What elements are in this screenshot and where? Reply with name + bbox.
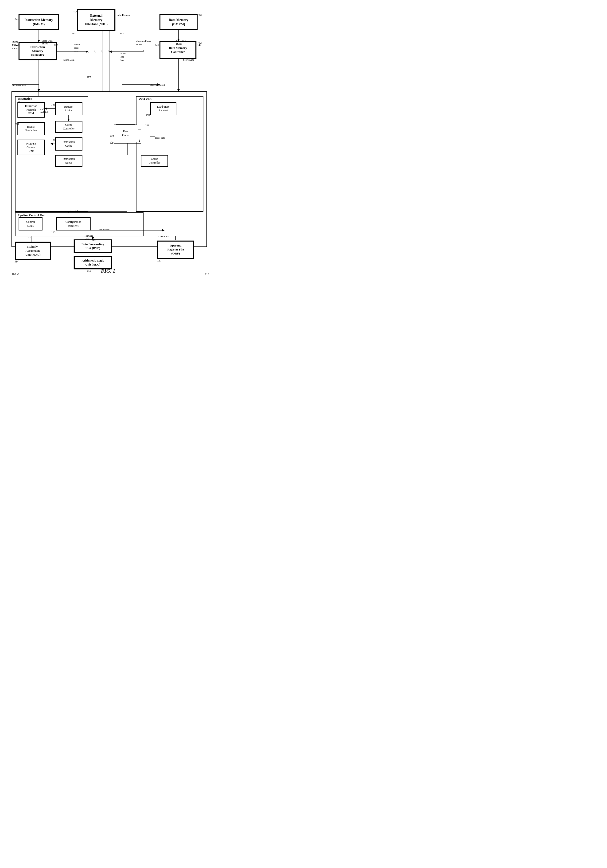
ref-110: 110 xyxy=(205,273,209,276)
forward-data-label: ForwardData xyxy=(85,234,93,240)
ref-151: 151 xyxy=(110,134,114,138)
ref-133: 133 xyxy=(72,32,76,35)
dmem-box: Data Memory(DMEM) xyxy=(160,15,197,30)
ref-116: 116 xyxy=(87,270,91,273)
ref-113: 113 xyxy=(28,236,32,240)
svg-marker-34 xyxy=(37,40,40,42)
ref-191: 191 xyxy=(145,123,149,127)
load-store-request-box: Load/StoreRequest xyxy=(150,102,176,115)
ref-121: 121 xyxy=(15,17,19,20)
ref-130: 130 xyxy=(51,139,56,142)
load-data-label: load_data xyxy=(155,136,165,139)
ref-140: 140 xyxy=(110,141,114,145)
imem-box: Instruction Memory (IMEM) xyxy=(19,15,59,30)
ref-117: 117 xyxy=(157,259,161,262)
cache-controller-du-box: CacheController xyxy=(141,155,168,167)
ref-142: 142 xyxy=(197,43,201,46)
ref-120: 120 xyxy=(197,14,201,17)
ref-132: 132 xyxy=(54,43,58,46)
branch-prediction-box: BranchPrediction xyxy=(18,122,45,135)
program-counter-box: ProgramCounterUnit xyxy=(18,140,45,155)
svg-line-29 xyxy=(87,51,89,53)
data-unit-label: Data Unit xyxy=(139,97,152,101)
mem-select-label: mem select xyxy=(99,228,110,231)
pipeline-control-label: Pipeline Control Unit xyxy=(18,213,46,217)
mac-box: Multiply-AccumulateUnit (MAC) xyxy=(15,242,51,260)
ref-180: 180 xyxy=(15,122,19,126)
ref-170: 170 xyxy=(146,114,150,117)
ref-100: 100 ↗ xyxy=(12,273,19,276)
ref-190: 190 xyxy=(87,75,91,78)
miu-box: ExternalMemoryInterface (MIU) xyxy=(77,9,115,31)
store-data-left-label: Store Data xyxy=(63,58,74,61)
diagram: Instruction Memory (IMEM) ExternalMemory… xyxy=(5,5,211,263)
dmem-load-data-label: dmemloaddata xyxy=(120,52,126,62)
instruction-cache-box: InstructionCache xyxy=(55,138,82,150)
invalidate-cache-label: invalidate cache xyxy=(70,209,87,212)
orf-data-label: ORF data xyxy=(159,235,169,238)
dmem-request-label: dmem request xyxy=(150,84,165,86)
svg-line-31 xyxy=(101,51,103,53)
data-cache-box: DataCache xyxy=(111,124,140,142)
miu-request-label: miu Request xyxy=(118,14,130,17)
request-arbiter-box: RequestArbiter xyxy=(55,102,82,115)
control-logic-box: ControlLogic xyxy=(19,217,42,230)
imem-request-label: imem request xyxy=(12,84,26,86)
ref-141: 141 xyxy=(155,44,159,46)
ref-135: 135 xyxy=(51,230,56,234)
imem-controller-box: InstructionMemoryController xyxy=(19,42,56,60)
svg-marker-38 xyxy=(37,89,40,91)
ref-131: 131 xyxy=(12,43,16,47)
orf-box: OperandRegister File(ORF) xyxy=(157,241,194,259)
instruction-queue-box: InstructionQueue xyxy=(55,155,82,167)
store-data-buses-right-label: Store DataBuses xyxy=(176,39,187,45)
svg-marker-64 xyxy=(162,229,164,231)
svg-line-30 xyxy=(94,51,96,53)
cache-controller-iu-box: CacheController xyxy=(55,121,82,133)
svg-line-32 xyxy=(108,51,110,53)
ref-125: 125 xyxy=(73,10,77,14)
svg-marker-47 xyxy=(109,51,111,53)
imem-load-data-label: imemloaddata xyxy=(74,43,80,53)
alu-box: Arithmetic LogicUnit (ALU) xyxy=(74,256,111,269)
stall-prefetch-label: stallprefetch xyxy=(40,108,48,113)
store-data-right-label: Store Data xyxy=(183,58,194,61)
svg-marker-43 xyxy=(86,51,88,53)
store-data-buses-left-label: Store DataBuses xyxy=(42,39,53,45)
ref-160: 160 xyxy=(51,103,56,107)
config-registers-box: ConfigurationRegisters xyxy=(56,217,90,230)
svg-marker-57 xyxy=(51,143,53,145)
dmem-addr-label: dmem addressBuses xyxy=(136,39,151,46)
ref-114: 114 xyxy=(15,260,19,264)
svg-marker-40 xyxy=(177,89,180,91)
svg-marker-53 xyxy=(67,119,70,121)
ref-143: 143 xyxy=(120,32,124,35)
